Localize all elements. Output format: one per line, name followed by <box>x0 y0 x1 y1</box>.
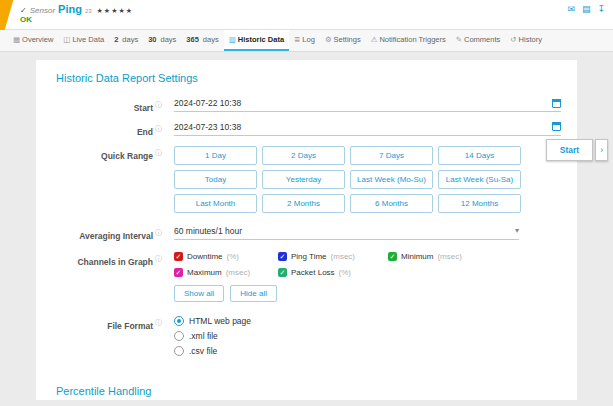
checkbox-packet-loss[interactable]: ✓ <box>278 268 287 277</box>
tab-label: Historic Data <box>238 35 284 44</box>
channel-item: ✓ Maximum (msec) <box>174 268 278 277</box>
overview-icon: ▦ <box>13 35 20 44</box>
info-icon[interactable]: ⓘ <box>155 125 162 132</box>
tab-history[interactable]: ↺ History <box>505 30 547 51</box>
prtg-window: ✓ Sensor Ping 23 ★★★★★ OK ✉ ▤ ↧ ▦ Overvi… <box>0 0 613 406</box>
start-label: Start <box>134 103 153 113</box>
percentile-handling-heading: Percentile Handling <box>56 385 561 397</box>
averaging-interval-select[interactable]: 60 minutes/1 hour ▾ <box>174 226 519 240</box>
historic-data-panel: Historic Data Report Settings Startⓘ 202… <box>36 60 577 400</box>
quick-range-button[interactable]: Last Week (Su-Sa) <box>438 170 521 189</box>
object-type-label: Sensor <box>30 6 55 15</box>
calendar-icon[interactable] <box>552 122 561 131</box>
download-icon[interactable]: ↧ <box>597 4 605 14</box>
tab-label: History <box>519 35 542 44</box>
checkbox-maximum[interactable]: ✓ <box>174 268 183 277</box>
end-datetime-value: 2024-07-23 10:38 <box>174 122 241 132</box>
start-row: Startⓘ 2024-07-22 10:38 <box>56 98 561 113</box>
quick-range-label: Quick Range <box>101 150 153 160</box>
quick-range-button[interactable]: 6 Months <box>350 194 433 213</box>
report-icon[interactable]: ▤ <box>582 4 591 14</box>
channel-unit: (msec) <box>331 252 355 261</box>
sensor-name[interactable]: Ping <box>58 3 82 15</box>
quick-range-button[interactable]: 14 Days <box>438 146 521 165</box>
start-datetime-field[interactable]: 2024-07-22 10:38 <box>174 98 561 112</box>
show-all-button[interactable]: Show all <box>174 285 224 302</box>
start-datetime-value: 2024-07-22 10:38 <box>174 98 241 108</box>
quick-range-button[interactable]: Yesterday <box>262 170 345 189</box>
radio-csv-file[interactable]: .csv file <box>174 346 561 356</box>
calendar-icon[interactable] <box>552 99 561 108</box>
channel-item: ✓ Ping Time (msec) <box>278 252 388 261</box>
radio-xml-file[interactable]: .xml file <box>174 331 561 341</box>
tab-365-days[interactable]: 365 days <box>181 30 223 51</box>
quick-range-button[interactable]: 2 Days <box>262 146 345 165</box>
tab-live-data[interactable]: ◫ Live Data <box>58 30 109 51</box>
channel-name: Packet Loss <box>291 268 335 277</box>
end-label: End <box>137 127 153 137</box>
brand-accent-stripe <box>0 0 13 30</box>
info-icon[interactable]: ⓘ <box>155 255 162 262</box>
header-icons: ✉ ▤ ↧ <box>567 4 605 14</box>
mail-icon[interactable]: ✉ <box>567 4 575 14</box>
tab-label: Overview <box>22 35 53 44</box>
quick-range-button[interactable]: Last Month <box>174 194 257 213</box>
radio-label: .xml file <box>189 331 218 341</box>
channel-unit: (msec) <box>437 252 461 261</box>
channel-name: Downtime <box>187 252 223 261</box>
file-format-label: File Format <box>107 321 153 331</box>
tab-30-days[interactable]: 30 days <box>143 30 181 51</box>
live-data-icon: ◫ <box>63 35 70 44</box>
report-settings-heading: Historic Data Report Settings <box>56 72 561 84</box>
tab-label-number: 30 <box>148 35 156 44</box>
tab-label: Log <box>302 35 315 44</box>
start-button[interactable]: Start <box>546 139 593 161</box>
tab-label: Notification Triggers <box>379 35 445 44</box>
tab-label: Live Data <box>72 35 104 44</box>
quick-range-grid: 1 Day 2 Days 7 Days 14 Days Today Yester… <box>174 146 561 213</box>
averaging-row: Averaging Intervalⓘ 60 minutes/1 hour ▾ <box>56 226 561 241</box>
tab-label: days <box>203 35 219 44</box>
chevron-down-icon: ▾ <box>515 226 519 235</box>
radio-button-icon <box>174 316 184 326</box>
tab-log[interactable]: ≣ Log <box>289 30 320 51</box>
quick-range-button[interactable]: 7 Days <box>350 146 433 165</box>
info-icon[interactable]: ⓘ <box>155 101 162 108</box>
quick-range-button[interactable]: Today <box>174 170 257 189</box>
tab-notification-triggers[interactable]: ⚠ Notification Triggers <box>366 30 451 51</box>
checkbox-ping-time[interactable]: ✓ <box>278 252 287 261</box>
gear-icon: ⚙ <box>325 35 332 44</box>
history-icon: ↺ <box>510 35 516 44</box>
tab-historic-data[interactable]: ▥ Historic Data <box>224 30 289 51</box>
start-report-cluster: Start › <box>546 139 608 161</box>
info-icon[interactable]: ⓘ <box>155 229 162 236</box>
checkbox-minimum[interactable]: ✓ <box>388 252 397 261</box>
end-datetime-field[interactable]: 2024-07-23 10:38 <box>174 122 561 136</box>
channel-unit: (%) <box>339 268 351 277</box>
quick-range-button[interactable]: 1 Day <box>174 146 257 165</box>
channel-buttons: Show all Hide all <box>174 285 561 302</box>
tab-label: days <box>161 35 177 44</box>
quick-range-button[interactable]: Last Week (Mo-Su) <box>350 170 433 189</box>
radio-button-icon <box>174 331 184 341</box>
tab-label: Settings <box>334 35 361 44</box>
radio-label: HTML web page <box>189 316 251 326</box>
start-expand-chevron[interactable]: › <box>595 139 608 161</box>
tab-settings[interactable]: ⚙ Settings <box>320 30 366 51</box>
tab-2-days[interactable]: 2 days <box>109 30 143 51</box>
channel-unit: (%) <box>227 252 239 261</box>
radio-html-web-page[interactable]: HTML web page <box>174 316 561 326</box>
tab-comments[interactable]: ✎ Comments <box>451 30 506 51</box>
quick-range-button[interactable]: 2 Months <box>262 194 345 213</box>
tab-overview[interactable]: ▦ Overview <box>8 30 58 51</box>
channel-name: Minimum <box>401 252 433 261</box>
priority-stars[interactable]: ★★★★★ <box>97 7 133 15</box>
info-icon[interactable]: ⓘ <box>155 149 162 156</box>
hide-all-button[interactable]: Hide all <box>230 285 277 302</box>
checkbox-downtime[interactable]: ✓ <box>174 252 183 261</box>
tab-label-number: 2 <box>114 35 118 44</box>
comment-icon: ✎ <box>456 35 462 44</box>
end-row: Endⓘ 2024-07-23 10:38 <box>56 122 561 137</box>
quick-range-button[interactable]: 12 Months <box>438 194 521 213</box>
info-icon[interactable]: ⓘ <box>155 319 162 326</box>
